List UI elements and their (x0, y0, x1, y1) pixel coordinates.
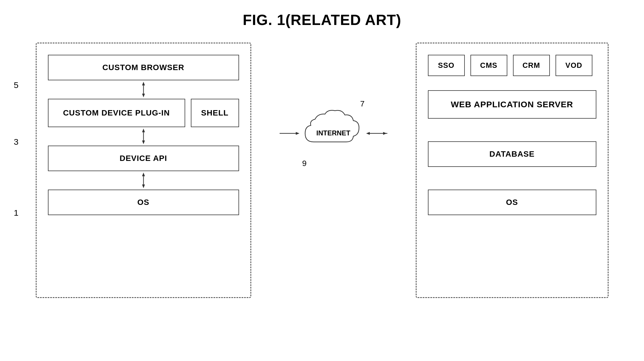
sso-box: SSO (428, 55, 465, 76)
svg-marker-7 (142, 173, 145, 176)
right-panel: SSO CMS CRM VOD WEB APPLICATION SERVER D… (416, 43, 609, 298)
custom-device-plugin-box: CUSTOM DEVICE PLUG-IN (48, 99, 185, 127)
web-app-server-box: WEB APPLICATION SERVER (428, 90, 596, 119)
os-left-box: OS (48, 190, 239, 215)
svg-marker-1 (142, 82, 145, 85)
arrow-api-to-os (139, 171, 148, 190)
svg-marker-13 (383, 132, 387, 135)
os-right-box: OS (428, 190, 596, 215)
arrow-browser-to-plugin (139, 80, 148, 99)
crm-box: CRM (513, 55, 550, 76)
arrow-left-to-internet (280, 129, 302, 138)
device-api-box: DEVICE API (48, 146, 239, 171)
ref-label-5: 5 (14, 80, 19, 90)
svg-marker-5 (142, 140, 145, 144)
database-box: DATABASE (428, 141, 596, 167)
ref-label-9: 9 (302, 159, 307, 168)
shell-box: SHELL (191, 99, 239, 127)
ref-label-3: 3 (14, 137, 19, 147)
cms-box: CMS (470, 55, 507, 76)
internet-label: INTERNET (316, 129, 350, 137)
svg-marker-8 (142, 184, 145, 188)
svg-marker-2 (142, 94, 145, 97)
left-panel: 5 3 1 CUSTOM BROWSER CUSTOM DEVICE PLUG-… (36, 43, 251, 298)
custom-browser-box: CUSTOM BROWSER (48, 55, 239, 80)
svg-marker-4 (142, 129, 145, 132)
ref-label-7: 7 (360, 99, 365, 108)
ref-label-1: 1 (14, 208, 19, 218)
svg-marker-12 (366, 132, 370, 135)
arrow-internet-to-right (365, 129, 387, 138)
page-title: FIG. 1(RELATED ART) (0, 0, 644, 43)
svg-marker-10 (296, 132, 299, 135)
arrow-plugin-to-api (139, 127, 148, 146)
vod-box: VOD (556, 55, 592, 76)
